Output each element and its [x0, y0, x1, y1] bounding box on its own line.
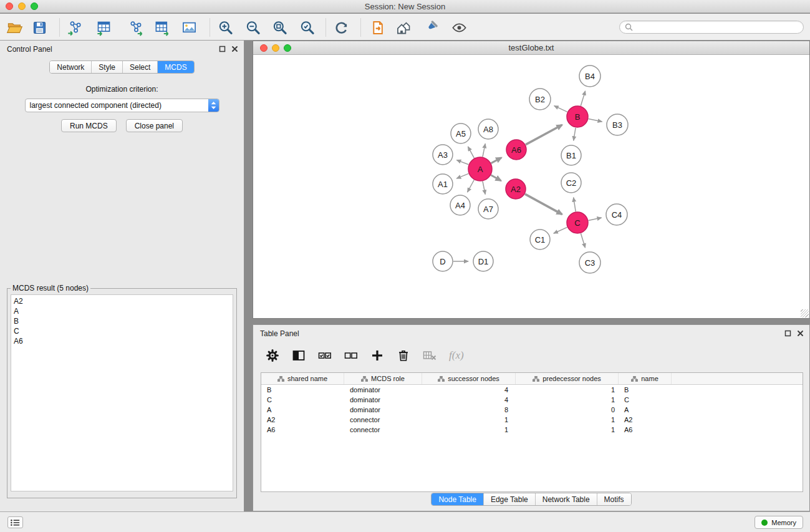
zoom-out-button[interactable]: [243, 18, 263, 37]
tab-style[interactable]: Style: [92, 61, 123, 73]
edge-A-A4[interactable]: [468, 180, 475, 193]
edge-B-B3[interactable]: [589, 119, 602, 122]
result-item[interactable]: C: [14, 326, 233, 336]
graph-node-C4[interactable]: C4: [606, 204, 627, 225]
graph-node-A8[interactable]: A8: [478, 119, 498, 139]
graph-node-B1[interactable]: B1: [561, 145, 581, 165]
column-header-MCDS-role[interactable]: MCDS role: [344, 373, 422, 384]
result-item[interactable]: A: [14, 306, 233, 316]
export-image-button[interactable]: [179, 18, 199, 37]
table-row[interactable]: A2connector11A2: [261, 415, 803, 425]
network-canvas[interactable]: B4B2BB3A5A8A6B1A3AC2A1A2A4A7C4CC1C3DD1: [253, 56, 809, 318]
save-session-button[interactable]: [29, 18, 49, 37]
edge-A-A7[interactable]: [483, 181, 485, 195]
result-item[interactable]: A2: [14, 296, 233, 306]
edge-A-A5[interactable]: [468, 147, 475, 158]
apply-style-button[interactable]: [420, 18, 440, 37]
run-mcds-button[interactable]: Run MCDS: [61, 119, 117, 132]
search-input[interactable]: [635, 23, 803, 32]
edge-C-C4[interactable]: [589, 218, 602, 220]
column-header-name[interactable]: name: [619, 373, 672, 384]
graph-node-A5[interactable]: A5: [451, 123, 471, 143]
graph-node-A1[interactable]: A1: [433, 174, 453, 194]
table-settings-button[interactable]: [264, 347, 281, 364]
result-item[interactable]: A6: [14, 336, 233, 346]
zoom-in-button[interactable]: [215, 18, 235, 37]
column-header-successor-nodes[interactable]: successor nodes: [422, 373, 516, 384]
show-columns-button[interactable]: [291, 347, 307, 364]
zoom-network-button[interactable]: [284, 44, 291, 52]
graph-node-B2[interactable]: B2: [529, 89, 551, 110]
mcds-result-list[interactable]: A2ABCA6: [11, 294, 233, 491]
edge-A-A2[interactable]: [491, 175, 501, 181]
graph-node-A7[interactable]: A7: [478, 199, 498, 219]
tab-motifs[interactable]: Motifs: [597, 493, 631, 505]
resize-grip[interactable]: [801, 309, 809, 317]
close-panel-icon[interactable]: [231, 46, 238, 52]
float-panel-icon[interactable]: [784, 330, 791, 337]
import-network-button[interactable]: [65, 18, 85, 37]
close-network-button[interactable]: [260, 44, 268, 52]
tab-select[interactable]: Select: [123, 61, 158, 73]
graph-node-D1[interactable]: D1: [473, 251, 493, 271]
result-item[interactable]: B: [14, 316, 233, 326]
edge-C-C2[interactable]: [574, 198, 576, 212]
task-history-button[interactable]: [7, 516, 23, 528]
delete-column-button[interactable]: [395, 347, 412, 364]
table-row[interactable]: Bdominator41B: [261, 385, 803, 395]
zoom-fit-button[interactable]: [269, 18, 289, 37]
edge-C-C3[interactable]: [581, 233, 585, 248]
show-all-networks-button[interactable]: [393, 18, 413, 37]
edge-A-A6[interactable]: [491, 158, 502, 163]
graph-node-C2[interactable]: C2: [561, 173, 581, 193]
edge-A2-C[interactable]: [525, 194, 562, 215]
graph-node-B[interactable]: B: [567, 106, 588, 127]
graph-node-C[interactable]: C: [567, 212, 588, 233]
tab-mcds[interactable]: MCDS: [158, 61, 193, 73]
function-builder-button[interactable]: f(x): [448, 349, 464, 362]
edge-A-A8[interactable]: [483, 144, 485, 157]
memory-button[interactable]: Memory: [755, 516, 803, 529]
zoom-selected-button[interactable]: [297, 18, 317, 37]
graph-node-B4[interactable]: B4: [579, 65, 600, 87]
open-session-button[interactable]: [367, 18, 387, 37]
graph-node-A3[interactable]: A3: [433, 145, 453, 165]
graph-node-B3[interactable]: B3: [607, 114, 628, 135]
show-hide-button[interactable]: [449, 18, 469, 37]
graph-node-A[interactable]: A: [468, 157, 492, 181]
export-table-button[interactable]: [152, 18, 172, 37]
float-panel-icon[interactable]: [219, 46, 226, 52]
graph-node-D[interactable]: D: [433, 251, 453, 271]
graph-node-A6[interactable]: A6: [506, 140, 526, 160]
graph-node-C1[interactable]: C1: [530, 230, 550, 249]
edge-A6-B[interactable]: [526, 125, 562, 145]
minimize-network-button[interactable]: [272, 44, 279, 52]
table-row[interactable]: Cdominator41C: [261, 395, 803, 405]
close-panel-button[interactable]: Close panel: [126, 119, 183, 132]
close-panel-icon[interactable]: [797, 330, 804, 337]
open-file-button[interactable]: [4, 18, 24, 37]
tab-edge-table[interactable]: Edge Table: [484, 493, 536, 505]
graph-node-C3[interactable]: C3: [579, 252, 600, 273]
optimization-select[interactable]: largest connected component (directed): [25, 99, 219, 112]
add-column-button[interactable]: [369, 347, 385, 364]
table-row[interactable]: Adominator80A: [261, 405, 803, 415]
edge-A-A3[interactable]: [456, 160, 468, 165]
tab-network-table[interactable]: Network Table: [536, 493, 597, 505]
column-header-shared-name[interactable]: shared name: [261, 373, 344, 384]
edge-B-B1[interactable]: [574, 128, 576, 141]
deselect-all-button[interactable]: [343, 347, 359, 364]
delete-table-button[interactable]: [422, 347, 438, 364]
network-window-titlebar[interactable]: testGlobe.txt: [253, 41, 809, 55]
edge-A-A1[interactable]: [456, 173, 468, 178]
tab-network[interactable]: Network: [50, 61, 92, 73]
search-field[interactable]: [619, 21, 804, 34]
graph-node-A4[interactable]: A4: [450, 195, 470, 215]
edge-B-B4[interactable]: [581, 91, 585, 106]
column-header-predecessor-nodes[interactable]: predecessor nodes: [516, 373, 619, 384]
tab-node-table[interactable]: Node Table: [432, 493, 484, 505]
export-network-button[interactable]: [126, 18, 146, 37]
graph-node-A2[interactable]: A2: [506, 179, 526, 199]
edge-C-C1[interactable]: [554, 227, 567, 233]
table-row[interactable]: A6connector11A6: [261, 425, 803, 435]
